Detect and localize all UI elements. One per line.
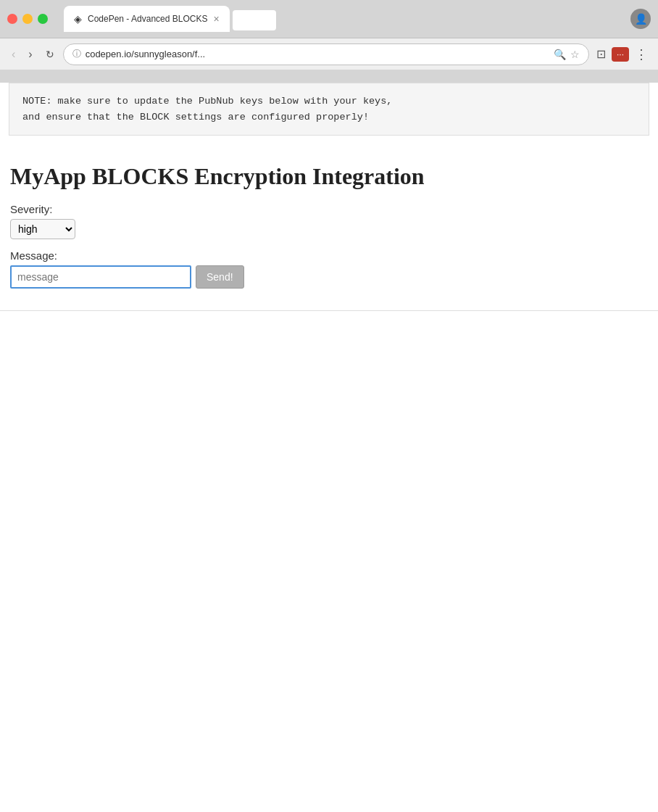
- active-tab[interactable]: ◈ CodePen - Advanced BLOCKS ×: [64, 6, 230, 32]
- tab-bar: ◈ CodePen - Advanced BLOCKS ×: [64, 6, 630, 32]
- send-button[interactable]: Send!: [196, 265, 244, 289]
- message-label: Message:: [10, 249, 648, 262]
- divider: [0, 310, 658, 311]
- minimize-button[interactable]: [22, 14, 33, 24]
- title-bar: ◈ CodePen - Advanced BLOCKS × 👤: [0, 0, 658, 38]
- extensions-dots: ···: [617, 49, 624, 59]
- page-title: MyApp BLOCKS Encryption Integration: [10, 163, 648, 190]
- nav-bar: ‹ › ↻ ⓘ codepen.io/sunnygleason/f... 🔍 ☆…: [0, 38, 658, 70]
- tab-title: CodePen - Advanced BLOCKS: [88, 14, 207, 24]
- note-line1: NOTE: make sure to update the PubNub key…: [22, 94, 636, 109]
- reload-button[interactable]: ↻: [41, 46, 59, 63]
- severity-select[interactable]: high medium low: [10, 219, 75, 239]
- new-tab[interactable]: [233, 10, 276, 30]
- page-content: NOTE: make sure to update the PubNub key…: [0, 83, 658, 735]
- maximize-button[interactable]: [38, 14, 48, 24]
- message-row: Send!: [10, 265, 648, 289]
- severity-label: Severity:: [10, 203, 648, 215]
- note-box: NOTE: make sure to update the PubNub key…: [9, 83, 649, 136]
- message-input[interactable]: [10, 265, 191, 289]
- browser-window: ◈ CodePen - Advanced BLOCKS × 👤 ‹ › ↻ ⓘ …: [0, 0, 658, 735]
- address-text: codepen.io/sunnygleason/f...: [86, 49, 549, 59]
- star-icon: ☆: [570, 49, 580, 60]
- user-icon: 👤: [635, 13, 647, 25]
- back-button[interactable]: ‹: [7, 45, 20, 64]
- forward-button[interactable]: ›: [24, 45, 36, 64]
- info-icon: ⓘ: [72, 48, 81, 60]
- close-button[interactable]: [7, 14, 17, 24]
- codepen-icon: ◈: [74, 13, 82, 25]
- note-line2: and ensure that the BLOCK settings are c…: [22, 109, 636, 125]
- address-bar[interactable]: ⓘ codepen.io/sunnygleason/f... 🔍 ☆: [63, 44, 589, 65]
- menu-button[interactable]: ⋮: [632, 45, 651, 64]
- tab-close-icon[interactable]: ×: [213, 14, 219, 24]
- app-section: MyApp BLOCKS Encryption Integration Seve…: [0, 149, 658, 289]
- nav-right-controls: ⊡ ··· ⋮: [594, 44, 651, 64]
- cast-button[interactable]: ⊡: [594, 44, 609, 64]
- search-icon: 🔍: [554, 49, 566, 60]
- window-controls: [7, 14, 48, 24]
- user-avatar[interactable]: 👤: [630, 9, 651, 29]
- extensions-button[interactable]: ···: [612, 47, 629, 62]
